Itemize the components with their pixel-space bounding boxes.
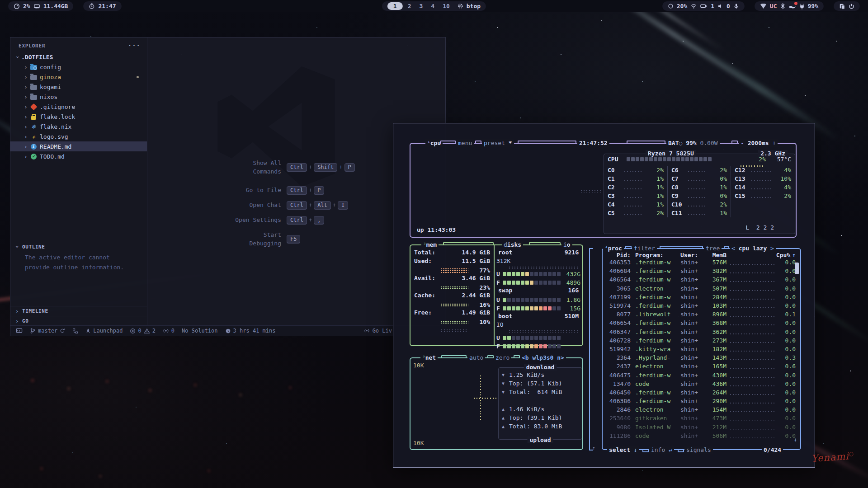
mem-avail-pct: 23% [472, 284, 490, 291]
cpu-box: ¹cpu menu preset * 21:47:52 BAT○ 99% 0.0… [410, 143, 797, 238]
tree-item[interactable]: › flake.nix [10, 122, 147, 131]
proc-scrollbar[interactable] [795, 263, 799, 274]
process-row[interactable]: 519974 .ferdium-w shin+ 103M 0.0 [603, 301, 800, 310]
preset-button[interactable]: preset * [482, 139, 514, 147]
tree-item[interactable]: › config [10, 62, 147, 72]
tree-item[interactable]: › ginoza [10, 72, 147, 82]
disk-free-meter [503, 281, 561, 285]
workspace-active[interactable]: 1 [387, 2, 403, 10]
select-hint[interactable]: select ↓ [607, 446, 639, 454]
process-row[interactable]: 2364 .Hyprland- shin+ 143M 0.3 [603, 353, 800, 362]
border-bracket [514, 355, 520, 358]
update-interval-control[interactable]: - 2000ms + [739, 139, 778, 147]
file-name: flake.lock [40, 113, 75, 120]
workspace-item[interactable]: 2 [406, 3, 413, 9]
mem-avail: 3.46 GiB [443, 275, 490, 283]
tree-item[interactable]: › flake.lock [10, 112, 147, 122]
remote-indicator[interactable] [16, 328, 23, 334]
launchpad-item[interactable]: Launchpad [85, 328, 123, 334]
power-icon[interactable] [849, 3, 854, 9]
core-row: C102% [668, 200, 731, 209]
tree-item[interactable]: › kogami [10, 82, 147, 92]
btop-clock: 21:47:52 [577, 139, 609, 147]
status-bar: 2% 11.44GB 21:47 1 23410 btop 20% [0, 0, 868, 12]
mem-total: 14.9 GiB [443, 249, 490, 258]
net-interface[interactable]: <b wlp3s0 n> [520, 354, 566, 361]
net-auto-button[interactable]: auto [467, 354, 485, 361]
sql-tools-indicator[interactable] [72, 328, 78, 334]
tree-item[interactable]: › README.md [10, 141, 147, 151]
disk-used-meter [503, 272, 561, 276]
process-row[interactable]: 9080 Isolated W shin+ 212M 0.0 [603, 423, 800, 432]
process-row[interactable]: 406684 .ferdium-w shin+ 382M 0.0 [603, 267, 800, 275]
process-row[interactable]: 519942 .kitty-wra shin+ 182M 0.0 [603, 345, 800, 353]
process-row[interactable]: 407199 .ferdium-w shin+ 284M 0.0 [603, 293, 800, 301]
chevron-right-icon: › [22, 113, 29, 120]
clipboard-icon[interactable] [839, 3, 845, 9]
tree-item[interactable]: › nixos [10, 92, 147, 102]
process-row[interactable]: 253640 gitkraken shin+ 473M 0.0 [603, 414, 800, 422]
process-row[interactable]: 406564 .ferdium-w shin+ 367M 0.0 [603, 275, 800, 284]
border-bracket [660, 246, 703, 249]
workspace-special[interactable]: btop [467, 3, 481, 9]
up-arrow-icon: ▲ [502, 424, 506, 429]
solution-indicator[interactable]: No Solution [182, 328, 217, 334]
shortcut-label: Show All Commands [161, 159, 281, 176]
process-row[interactable]: 8077 .librewolf shin+ 896M 0.1 [603, 310, 800, 319]
disk-size: 16G [512, 287, 579, 296]
process-row[interactable]: 406347 .ferdium-w shin+ 362M 0.0 [603, 328, 800, 336]
process-row[interactable]: 406386 .ferdium-w shin+ 290M 0.0 [603, 397, 800, 405]
core-row: C62% [668, 166, 731, 174]
core-row: C152% [731, 192, 795, 200]
file-icon [29, 63, 38, 70]
process-row[interactable]: 406728 .ferdium-w shin+ 273M 0.0 [603, 336, 800, 345]
workspace-item[interactable]: 10 [441, 3, 452, 9]
menu-button[interactable]: menu [456, 139, 474, 147]
process-row[interactable]: 406654 .ferdium-w shin+ 368M 0.0 [603, 319, 800, 327]
more-actions-icon[interactable]: ··· [128, 42, 141, 49]
filter-button[interactable]: filter [632, 244, 657, 252]
go-live-button[interactable]: Go Liv [363, 328, 392, 334]
process-row[interactable]: 2437 electron shin+ 165M 0.6 [603, 362, 800, 371]
sort-selector[interactable]: < cpu lazy > [730, 244, 776, 252]
tree-button[interactable]: reetree [704, 244, 722, 252]
tree-item[interactable]: › .gitignore [10, 102, 147, 112]
outline-section-header[interactable]: › OUTLINE [10, 242, 147, 252]
tree-item[interactable]: › TODO.md [10, 151, 147, 161]
process-row[interactable]: 406475 .ferdium-w shin+ 430M 0.0 [603, 371, 800, 379]
process-row[interactable]: 406353 .ferdium-w shin+ 576M 0.0 [603, 258, 800, 267]
problems-indicator[interactable]: 0 2 [130, 328, 155, 334]
time-tracker[interactable]: 3 hrs 41 mins [225, 328, 276, 334]
disks-panel: root921G 312K U432G F489G swap16G U1.8G … [495, 245, 582, 345]
process-row[interactable]: 111286 code shin+ 506M 0.0 [603, 432, 800, 440]
tree-root-dotfiles[interactable]: › .DOTFILES [10, 52, 147, 62]
process-row[interactable]: 406450 .ferdium-w shin+ 264M 0.0 [603, 388, 800, 397]
signals-hint[interactable]: signals [684, 446, 713, 454]
tree-item[interactable]: › logo.svg [10, 131, 147, 141]
chevron-right-icon: › [22, 123, 29, 130]
scroll-down-icon[interactable]: ↓ [794, 436, 797, 443]
process-row[interactable]: 13470 code shin+ 436M 0.0 [603, 380, 800, 388]
ports-indicator[interactable]: 0 [163, 328, 175, 334]
git-branch-indicator[interactable]: master [30, 328, 65, 334]
go-section-header[interactable]: › GO [10, 316, 147, 326]
mem-stats: Total:14.9 GiB Used:11.5 GiB 77% Avail:3… [410, 245, 494, 345]
hardware-module[interactable]: 20% 1 0 [662, 1, 745, 11]
net-scale-bottom: 10K [413, 440, 424, 446]
workspace-item[interactable]: 4 [429, 3, 436, 9]
workspace-item[interactable]: 3 [418, 3, 425, 9]
key-chip: , [314, 216, 324, 224]
info-hint[interactable]: info ↵ [649, 446, 674, 454]
clock-module[interactable]: 21:47 [83, 1, 121, 11]
file-icon [29, 123, 38, 130]
notification-badge [794, 2, 797, 5]
system-stats-module[interactable]: 2% 11.44GB [8, 1, 73, 11]
process-row[interactable]: 3065 electron shin+ 507M 0.0 [603, 284, 800, 293]
sort-direction-icon: ↑ [792, 252, 796, 258]
border-bracket [625, 246, 632, 249]
process-row[interactable]: 2846 electron shin+ 154M 0.0 [603, 405, 800, 414]
connectivity-module[interactable]: UC 99% [755, 1, 824, 11]
net-zero-button[interactable]: zero [494, 354, 511, 361]
clock: 21:47 [98, 3, 116, 9]
timeline-section-header[interactable]: › TIMELINE [10, 306, 147, 316]
